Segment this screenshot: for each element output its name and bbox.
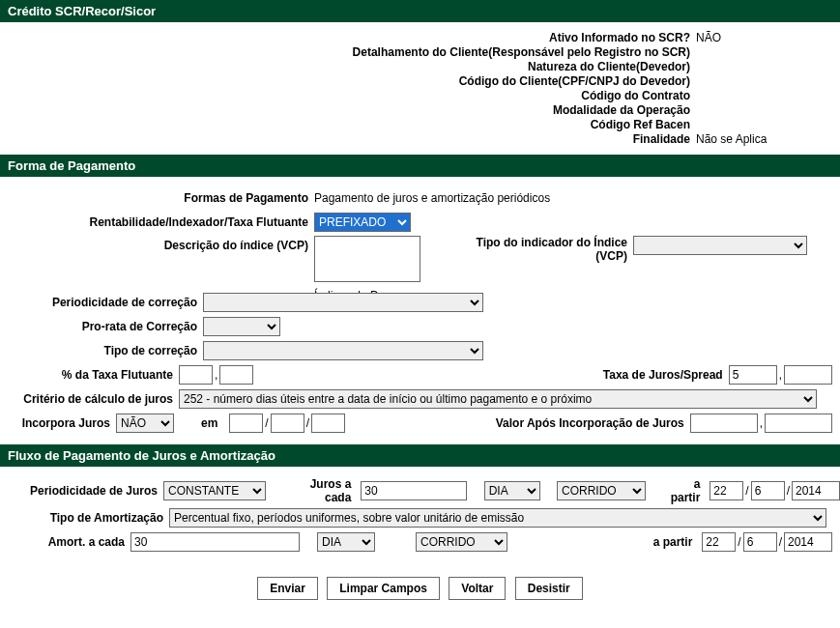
amort-cada-label: Amort. a cada <box>0 535 130 549</box>
scr-value-ativo: NÃO <box>696 31 721 44</box>
scr-label-finalidade: Finalidade <box>0 132 696 146</box>
amort-tipo-select[interactable]: CORRIDO <box>416 532 507 552</box>
scr-label-codigo-bacen: Código Ref Bacen <box>0 118 696 131</box>
scr-row-natureza: Natureza do Cliente(Devedor) <box>0 60 840 73</box>
tipo-correcao-label: Tipo de correção <box>0 344 203 357</box>
incorpora-label: Incorpora Juros <box>0 416 116 430</box>
pct-taxa-comma: , <box>215 368 217 382</box>
scr-content: Ativo Informado no SCR? NÃO Detalhamento… <box>0 22 840 155</box>
scr-row-modalidade: Modalidade da Operação <box>0 103 840 117</box>
descricao-indice-textarea[interactable] <box>314 236 420 282</box>
descricao-indice-label: Descrição do índice (VCP) <box>0 236 314 252</box>
amort-apartir-label: a partir <box>653 535 699 549</box>
fluxo-section-header: Fluxo de Pagamento de Juros e Amortizaçã… <box>0 444 840 467</box>
valor-apos-dec-input[interactable] <box>765 414 832 433</box>
tipo-correcao-select[interactable] <box>203 341 483 360</box>
juros-apartir-day-input[interactable] <box>710 481 743 500</box>
criterio-label: Critério de cálculo de juros <box>0 392 179 406</box>
incorpora-select[interactable]: NÃO <box>116 414 174 433</box>
juros-apartir-month-input[interactable] <box>751 481 785 500</box>
valor-apos-comma: , <box>760 416 763 430</box>
amort-apartir-day-input[interactable] <box>702 532 736 552</box>
periodicidade-juros-label: Periodicidade de Juros <box>0 484 163 498</box>
amort-cada-input[interactable] <box>130 532 300 552</box>
amort-unit-select[interactable]: DIA <box>317 532 375 552</box>
juros-cada-input[interactable] <box>361 481 467 500</box>
scr-label-natureza: Natureza do Cliente(Devedor) <box>0 60 696 73</box>
valor-apos-label: Valor Após Incorporação de Juros <box>496 416 690 430</box>
amort-apartir-month-input[interactable] <box>743 532 777 552</box>
amort-apartir-year-input[interactable] <box>784 532 832 552</box>
scr-row-ativo: Ativo Informado no SCR? NÃO <box>0 31 840 44</box>
amort-apartir-slash-1: / <box>738 535 740 549</box>
scr-row-codigo-contrato: Código do Contrato <box>0 89 840 102</box>
pct-taxa-int-input[interactable] <box>179 365 213 385</box>
criterio-select[interactable]: 252 - número dias úteis entre a data de … <box>179 389 817 409</box>
amort-apartir-slash-2: / <box>779 535 782 549</box>
em-day-input[interactable] <box>229 414 263 433</box>
enviar-button[interactable]: Enviar <box>257 577 318 600</box>
periodicidade-correcao-label: Periodicidade de correção <box>0 296 203 309</box>
tipo-indicador-select[interactable] <box>633 236 807 255</box>
scr-row-detalhamento: Detalhamento do Cliente(Responsável pelo… <box>0 45 840 59</box>
em-slash-2: / <box>306 416 309 430</box>
tipo-amort-label: Tipo de Amortização <box>0 511 169 525</box>
scr-label-codigo-cliente: Código do Cliente(CPF/CNPJ do Devedor) <box>0 74 696 88</box>
valor-apos-int-input[interactable] <box>690 414 758 433</box>
periodicidade-juros-select[interactable]: CONSTANTE <box>163 481 266 500</box>
scr-label-modalidade: Modalidade da Operação <box>0 103 696 117</box>
taxa-juros-label: Taxa de Juros/Spread <box>603 368 729 382</box>
scr-row-codigo-cliente: Código do Cliente(CPF/CNPJ do Devedor) <box>0 74 840 88</box>
em-label: em <box>201 416 223 430</box>
formas-pagamento-label: Formas de Pagamento <box>0 191 314 205</box>
scr-label-ativo: Ativo Informado no SCR? <box>0 31 696 44</box>
juros-apartir-slash-1: / <box>745 484 748 498</box>
fluxo-content: Periodicidade de Juros CONSTANTE Juros a… <box>0 467 840 563</box>
rentabilidade-select[interactable]: PREFIXADO <box>314 213 411 232</box>
voltar-button[interactable]: Voltar <box>449 577 506 600</box>
formas-pagamento-value: Pagamento de juros e amortização periódi… <box>314 191 550 205</box>
scr-section-header: Crédito SCR/Recor/Sicor <box>0 0 840 22</box>
taxa-juros-comma: , <box>779 368 782 382</box>
button-row: Enviar Limpar Campos Voltar Desistir <box>0 577 840 600</box>
juros-tipo-select[interactable]: CORRIDO <box>557 481 646 500</box>
juros-apartir-slash-2: / <box>787 484 790 498</box>
tipo-indicador-label: Tipo do indicador do Índice (VCP) <box>459 236 633 263</box>
scr-row-codigo-bacen: Código Ref Bacen <box>0 118 840 131</box>
pagamento-content: Formas de Pagamento Pagamento de juros e… <box>0 177 840 444</box>
scr-label-detalhamento: Detalhamento do Cliente(Responsável pelo… <box>0 45 696 59</box>
scr-value-finalidade: Não se Aplica <box>696 132 767 146</box>
limpar-button[interactable]: Limpar Campos <box>327 577 440 600</box>
em-slash-1: / <box>265 416 268 430</box>
tipo-amort-select[interactable]: Percentual fixo, períodos uniformes, sob… <box>169 508 826 528</box>
prorata-select[interactable] <box>203 317 280 336</box>
taxa-juros-int-input[interactable] <box>729 365 777 385</box>
taxa-juros-dec-input[interactable] <box>784 365 832 385</box>
rentabilidade-label: Rentabilidade/Indexador/Taxa Flutuante <box>0 215 314 229</box>
juros-unit-select[interactable]: DIA <box>484 481 540 500</box>
em-year-input[interactable] <box>311 414 345 433</box>
scr-label-codigo-contrato: Código do Contrato <box>0 89 696 102</box>
juros-apartir-year-input[interactable] <box>792 481 840 500</box>
scr-row-finalidade: Finalidade Não se Aplica <box>0 132 840 146</box>
pct-taxa-dec-input[interactable] <box>219 365 253 385</box>
prorata-label: Pro-rata de Correção <box>0 320 203 333</box>
juros-apartir-label: a partir <box>662 477 706 504</box>
pct-taxa-label: % da Taxa Flutuante <box>0 368 179 382</box>
pagamento-section-header: Forma de Pagamento <box>0 155 840 177</box>
periodicidade-correcao-select[interactable] <box>203 293 483 312</box>
em-month-input[interactable] <box>271 414 304 433</box>
juros-cada-label: Juros a cada <box>283 477 358 504</box>
desistir-button[interactable]: Desistir <box>515 577 583 600</box>
